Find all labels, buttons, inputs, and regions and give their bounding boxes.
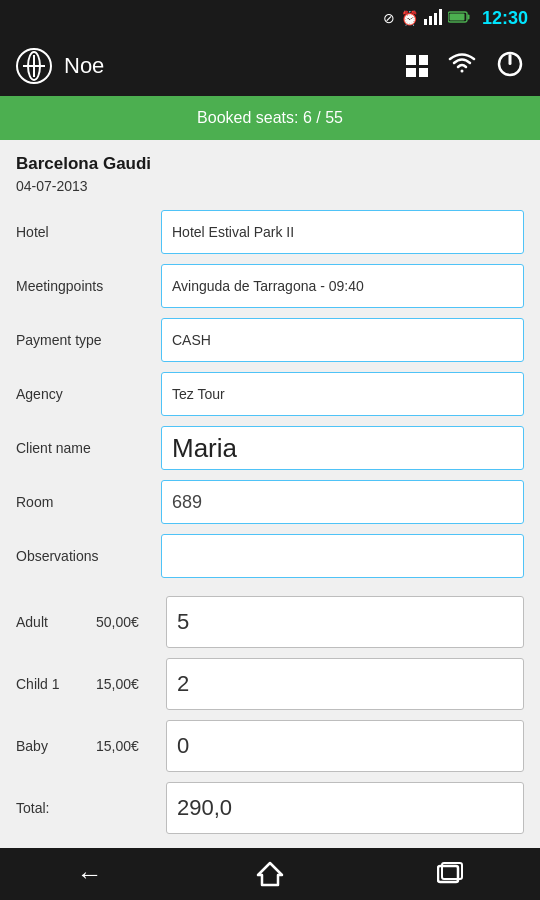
total-row: Total: — [16, 782, 524, 834]
adult-label: Adult — [16, 614, 96, 630]
svg-rect-0 — [424, 19, 427, 25]
adult-amount: 50,00€ — [96, 614, 166, 630]
svg-rect-2 — [434, 13, 437, 25]
observations-label: Observations — [16, 548, 161, 564]
room-row: Room — [16, 480, 524, 524]
room-label: Room — [16, 494, 161, 510]
client-name-label: Client name — [16, 440, 161, 456]
app-bar-actions — [406, 50, 524, 82]
hotel-label: Hotel — [16, 224, 161, 240]
room-input[interactable] — [161, 480, 524, 524]
recents-button[interactable] — [417, 854, 483, 894]
agency-row: Agency — [16, 372, 524, 416]
hotel-input[interactable] — [161, 210, 524, 254]
meetingpoints-label: Meetingpoints — [16, 278, 161, 294]
payment-type-row: Payment type — [16, 318, 524, 362]
agency-label: Agency — [16, 386, 161, 402]
child1-label: Child 1 — [16, 676, 96, 692]
child1-count-input[interactable] — [166, 658, 524, 710]
hotel-row: Hotel — [16, 210, 524, 254]
payment-type-label: Payment type — [16, 332, 161, 348]
adult-row: Adult 50,00€ — [16, 596, 524, 648]
agency-input[interactable] — [161, 372, 524, 416]
client-name-input[interactable] — [161, 426, 524, 470]
svg-rect-6 — [449, 13, 464, 20]
home-button[interactable] — [236, 853, 304, 895]
adult-count-input[interactable] — [166, 596, 524, 648]
status-icons: ⊘ ⏰ 12:30 — [383, 8, 528, 29]
globe-icon — [16, 48, 52, 84]
alarm-icon: ⏰ — [401, 10, 418, 26]
svg-rect-3 — [439, 9, 442, 25]
recents-icon — [437, 862, 463, 886]
home-icon — [256, 861, 284, 887]
child1-row: Child 1 15,00€ — [16, 658, 524, 710]
child1-amount: 15,00€ — [96, 676, 166, 692]
signal-icon — [424, 9, 442, 28]
baby-amount: 15,00€ — [96, 738, 166, 754]
grid-menu-icon[interactable] — [406, 55, 428, 77]
baby-label: Baby — [16, 738, 96, 754]
svg-rect-8 — [509, 54, 512, 65]
svg-marker-9 — [258, 863, 282, 885]
svg-rect-5 — [467, 14, 469, 19]
observations-row: Observations — [16, 534, 524, 578]
power-icon[interactable] — [496, 50, 524, 82]
observations-input[interactable] — [161, 534, 524, 578]
tour-date: 04-07-2013 — [16, 178, 524, 194]
tour-title: Barcelona Gaudi — [16, 154, 524, 174]
total-label: Total: — [16, 800, 96, 816]
bottom-nav: ← — [0, 848, 540, 900]
total-value-input[interactable] — [166, 782, 524, 834]
payment-type-input[interactable] — [161, 318, 524, 362]
back-button[interactable]: ← — [57, 851, 123, 898]
svg-rect-1 — [429, 16, 432, 25]
sim-icon: ⊘ — [383, 10, 395, 26]
meetingpoints-input[interactable] — [161, 264, 524, 308]
booked-seats-banner: Booked seats: 6 / 55 — [0, 96, 540, 140]
app-title: Noe — [64, 53, 394, 79]
meetingpoints-row: Meetingpoints — [16, 264, 524, 308]
battery-icon — [448, 10, 470, 27]
wifi-icon[interactable] — [448, 53, 476, 79]
app-bar: Noe — [0, 36, 540, 96]
status-bar: ⊘ ⏰ 12:30 — [0, 0, 540, 36]
baby-count-input[interactable] — [166, 720, 524, 772]
back-arrow-icon: ← — [77, 859, 103, 890]
main-content: Barcelona Gaudi 04-07-2013 Hotel Meeting… — [0, 140, 540, 848]
baby-row: Baby 15,00€ — [16, 720, 524, 772]
booked-seats-text: Booked seats: 6 / 55 — [197, 109, 343, 127]
status-time: 12:30 — [482, 8, 528, 29]
client-name-row: Client name — [16, 426, 524, 470]
